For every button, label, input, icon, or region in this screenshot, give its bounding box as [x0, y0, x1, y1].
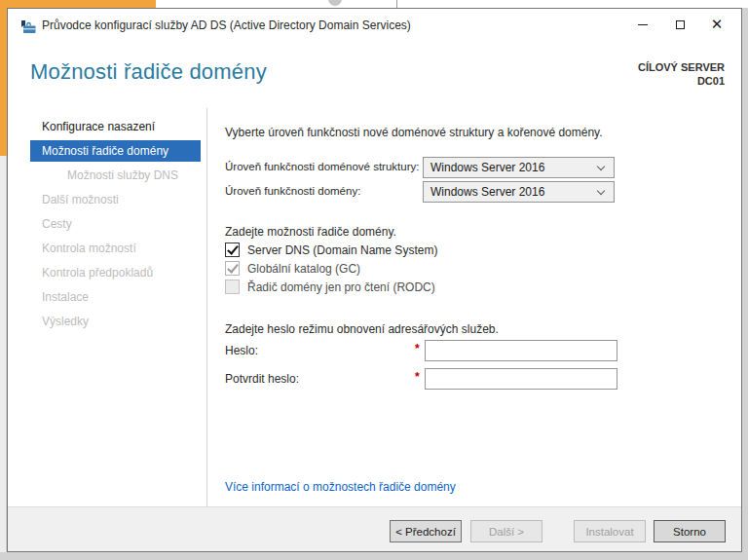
checkbox-label: Globální katalog (GC) — [247, 262, 360, 276]
forest-level-label: Úroveň funkčnosti doménové struktury: — [225, 161, 419, 172]
background-orange-window — [0, 0, 156, 8]
install-button[interactable]: Instalovat — [574, 520, 646, 542]
background-window-edge — [396, 0, 397, 8]
confirm-password-label: Potvrdit heslo: — [225, 372, 299, 386]
forest-level-select[interactable]: Windows Server 2016 — [423, 157, 615, 178]
forest-level-value: Windows Server 2016 — [424, 161, 598, 174]
chevron-down-icon — [597, 186, 605, 194]
checkbox-row[interactable]: Server DNS (Domain Name System) — [225, 243, 437, 257]
wizard-window: Průvodce konfigurací služby AD DS (Activ… — [7, 8, 742, 552]
domain-level-label: Úroveň funkčnosti domény: — [225, 185, 360, 197]
password-heading: Zadejte heslo režimu obnovení adresářový… — [225, 322, 499, 336]
checkbox-label: Server DNS (Domain Name System) — [247, 243, 437, 257]
required-asterisk: * — [415, 342, 420, 355]
checkbox-label: Řadič domény jen pro čtení (RODC) — [247, 280, 435, 294]
next-button[interactable]: Další > — [470, 520, 542, 542]
chevron-down-icon — [597, 162, 605, 169]
domain-level-value: Windows Server 2016 — [424, 185, 598, 199]
domain-level-select[interactable]: Windows Server 2016 — [423, 181, 615, 203]
checkbox-row[interactable]: Řadič domény jen pro čtení (RODC) — [225, 280, 437, 294]
cancel-button[interactable]: Storno — [654, 520, 726, 542]
more-info-link[interactable]: Více informací o možnostech řadiče domén… — [225, 480, 456, 494]
background-window-left — [0, 156, 7, 552]
dc-capabilities-group: Server DNS (Domain Name System) Globální… — [225, 243, 437, 298]
password-label: Heslo: — [225, 344, 258, 357]
confirm-password-input[interactable] — [425, 368, 617, 390]
password-input[interactable] — [425, 340, 617, 361]
checkbox-icon[interactable] — [225, 280, 240, 294]
checkbox-icon[interactable] — [225, 243, 240, 257]
intro-text: Vyberte úroveň funkčnosti nové doménové … — [225, 126, 603, 139]
footer-bar: < Předchozí Další > Instalovat Storno — [8, 506, 741, 551]
checkbox-icon[interactable] — [225, 261, 240, 276]
main-content: Vyberte úroveň funkčnosti nové doménové … — [8, 9, 741, 506]
capabilities-heading: Zadejte možnosti řadiče domény. — [225, 225, 396, 239]
required-asterisk: * — [415, 370, 420, 384]
previous-button[interactable]: < Předchozí — [390, 520, 462, 542]
checkbox-row[interactable]: Globální katalog (GC) — [225, 261, 437, 276]
background-orange-window-edge — [0, 8, 7, 156]
